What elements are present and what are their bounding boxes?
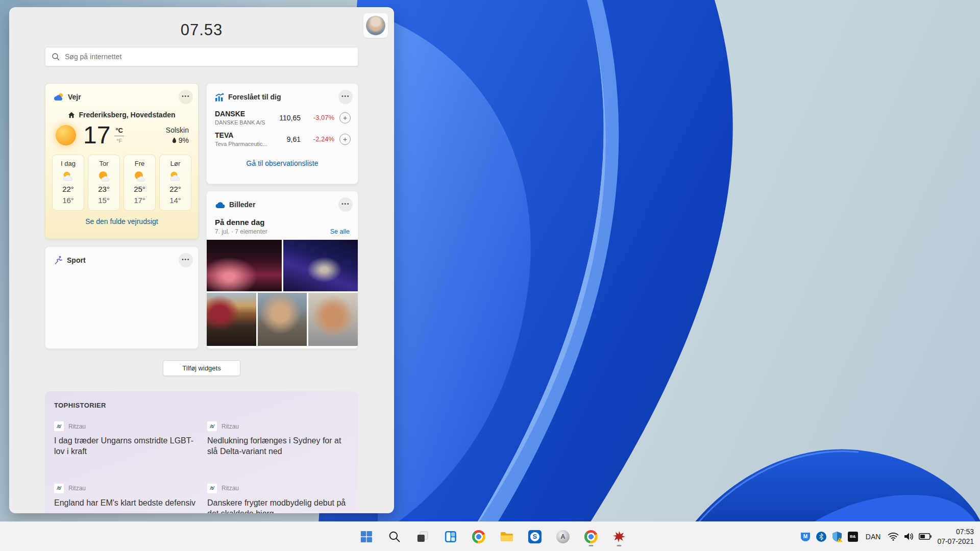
weather-widget-icon [54,93,64,101]
sun-icon [56,125,76,145]
stocks-menu-button[interactable]: ••• [338,90,353,104]
forecast-day-2[interactable]: Fre 25° 17° [124,155,156,211]
battery-icon[interactable] [918,530,932,543]
on-this-day-heading: På denne dag [215,218,350,227]
web-search-bar[interactable] [45,47,358,66]
top-stories-heading: TOPHISTORIER [54,402,349,409]
weather-widget[interactable]: Vejr ••• Frederiksberg, Hovedstaden 17 [45,83,199,239]
current-temperature: 17 [83,123,110,147]
stocks-title: Foreslået til dig [228,93,281,101]
weather-title: Vejr [68,93,81,101]
forecast-day-1[interactable]: Tor 23° 15° [88,155,120,211]
task-view-icon [416,531,429,543]
wifi-icon[interactable] [887,530,900,543]
widgets-icon [445,531,457,543]
bang-olufsen-tray-icon[interactable]: B& [846,530,860,543]
watchlist-link[interactable]: Gå til observationsliste [207,159,358,167]
stocks-chart-icon [215,93,224,102]
taskbar: S A M [0,521,980,551]
photo-grid [207,240,358,346]
ritzau-logo-icon: /t/ [54,484,64,493]
bluetooth-tray-icon[interactable] [815,530,828,543]
search-input[interactable] [65,53,352,61]
windows-start-icon [360,531,373,543]
taskbar-clock[interactable]: 07:53 07-07-2021 [937,527,976,546]
weather-condition: Solskin [166,126,189,134]
fahrenheit-toggle[interactable]: °F [116,136,122,144]
photo-thumbnail[interactable] [308,293,358,346]
volume-icon[interactable] [902,530,916,543]
sun-small-cloud-icon [133,171,147,182]
photos-menu-button[interactable]: ••• [338,197,353,212]
photo-thumbnail[interactable] [258,293,307,346]
news-headline[interactable]: England har EM's klart bedste defensiv [54,497,196,508]
news-item[interactable]: /t/ Ritzau England har EM's klart bedste… [54,484,196,513]
photo-thumbnail[interactable] [207,240,282,291]
full-forecast-link[interactable]: Se den fulde vejrudsigt [45,217,198,226]
folder-icon [500,531,513,542]
ritzau-logo-icon: /t/ [207,484,217,493]
forecast-day-3[interactable]: Lør 22° 14° [159,155,191,211]
forecast-day-0[interactable]: I dag 22° 16° [52,155,84,211]
weather-location: Frederiksberg, Hovedstaden [79,111,175,119]
language-indicator[interactable]: DAN [862,533,885,541]
add-to-watchlist-button[interactable]: + [339,134,351,145]
stock-row-teva[interactable]: TEVA Teva Pharmaceutic... 9,61 -2,24% + [207,126,358,147]
chrome-icon [584,530,598,543]
weather-location-row[interactable]: Frederiksberg, Hovedstaden [45,111,198,119]
news-item[interactable]: /t/ Ritzau I dag træder Ungarns omstridt… [54,421,196,457]
celsius-toggle[interactable]: °C [114,127,124,136]
app-s-button[interactable]: S [524,526,546,547]
home-icon [68,112,75,118]
precip-chance: 9% [179,136,189,144]
s-app-icon: S [528,530,542,543]
sun-small-cloud-icon [97,171,111,182]
onedrive-cloud-icon [215,201,225,209]
stock-row-danske[interactable]: DANSKE DANSKE BANK A/S 110,65 -3,07% + [207,104,358,126]
ritzau-logo-icon: /t/ [207,421,217,431]
chrome-pinned-button[interactable] [468,526,489,547]
photos-title: Billeder [229,201,255,209]
photos-widget[interactable]: Billeder ••• På denne dag 7. jul. · 7 el… [206,191,358,349]
sun-behind-cloud-icon [168,171,183,182]
security-shield-warning-icon[interactable] [830,530,844,543]
see-all-link[interactable]: Se alle [330,228,350,235]
malwarebytes-tray-icon[interactable]: M [799,530,812,543]
photo-thumbnail[interactable] [283,240,358,291]
svg-text:M: M [803,534,807,539]
news-headline[interactable]: Danskere frygter modbydelig debut på det… [207,497,349,513]
start-button[interactable] [356,526,377,547]
widgets-button[interactable] [440,526,461,547]
raindrop-icon [172,137,177,143]
taskbar-search-button[interactable] [384,526,405,547]
ritzau-logo-icon: /t/ [54,421,64,431]
photo-thumbnail[interactable] [207,293,256,346]
sport-menu-button[interactable]: ••• [179,253,193,267]
stocks-widget[interactable]: Foreslået til dig ••• DANSKE DANSKE BANK… [206,83,358,184]
chrome-running-button[interactable] [580,526,602,547]
a-orb-icon: A [556,530,570,543]
sport-widget[interactable]: Sport ••• [45,246,199,349]
news-item[interactable]: /t/ Ritzau Danskere frygter modbydelig d… [207,484,349,513]
app-a-button[interactable]: A [552,526,574,547]
task-view-button[interactable] [412,526,433,547]
photos-subtitle: 7. jul. · 7 elementer [215,228,267,235]
red-splat-icon [612,530,626,543]
tray-time: 07:53 [937,527,974,537]
search-icon [388,531,401,543]
news-item[interactable]: /t/ Ritzau Nedlukning forlænges i Sydney… [207,421,349,457]
file-explorer-button[interactable] [496,526,518,547]
add-to-watchlist-button[interactable]: + [339,112,351,123]
top-stories-section: TOPHISTORIER /t/ Ritzau I dag træder Ung… [45,391,358,513]
add-widgets-button[interactable]: Tilføj widgets [163,360,240,376]
sun-behind-cloud-icon [61,171,76,182]
weather-menu-button[interactable]: ••• [179,90,193,104]
search-icon [52,53,60,61]
news-headline[interactable]: Nedlukning forlænges i Sydney for at slå… [207,435,349,457]
panel-clock: 07.53 [45,20,358,40]
widgets-panel: 07.53 Vejr ••• [9,7,394,513]
news-headline[interactable]: I dag træder Ungarns omstridte LGBT-lov … [54,435,196,457]
sport-title: Sport [67,256,86,264]
paint-app-button[interactable] [608,526,630,547]
tray-date: 07-07-2021 [937,537,974,546]
